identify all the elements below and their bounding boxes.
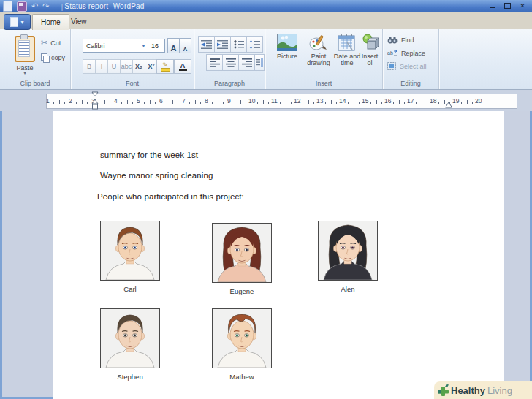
ruler-number: 1 xyxy=(46,97,50,104)
wordpad-menu-button[interactable]: ▾ xyxy=(4,14,31,30)
paragraph-dialog-button[interactable] xyxy=(254,54,265,71)
minimize-button[interactable] xyxy=(487,1,497,10)
paint-drawing-button[interactable]: Paint drawing xyxy=(305,34,332,66)
font-color-button[interactable]: A xyxy=(174,59,191,74)
ruler-tick xyxy=(427,102,428,104)
portrait-name: Mathew xyxy=(229,373,254,381)
ruler-tick xyxy=(438,102,439,104)
decrease-indent-button[interactable] xyxy=(198,36,215,53)
ruler-tick xyxy=(132,102,133,104)
ruler-number: 9 xyxy=(227,97,231,104)
portrait-frame xyxy=(100,308,160,368)
doc-text-line[interactable]: summary for the week 1st xyxy=(100,151,198,159)
align-center-button[interactable] xyxy=(222,54,239,71)
wordpad-app-icon xyxy=(3,1,12,12)
date-and-time-button[interactable]: Date and time xyxy=(332,34,362,66)
grow-font-button[interactable]: A xyxy=(167,38,180,53)
insert-picture-button[interactable]: Picture xyxy=(273,34,302,60)
group-label-editing: Editing xyxy=(383,80,438,87)
tab-view[interactable]: View xyxy=(63,14,95,29)
scissors-icon: ✂ xyxy=(41,38,48,48)
ruler-number: 15 xyxy=(362,97,368,104)
underline-button[interactable]: U xyxy=(107,59,120,74)
bold-button[interactable]: B xyxy=(83,59,95,74)
group-insert: Picture Paint drawing Date and time Inse… xyxy=(265,29,383,89)
ruler-tick xyxy=(370,102,371,104)
increase-indent-button[interactable] xyxy=(214,36,231,53)
ruler-tick xyxy=(200,102,201,104)
select-all-button[interactable]: Select all xyxy=(387,62,427,70)
ruler-number: 17 xyxy=(407,97,414,104)
replace-button[interactable]: ab Replace xyxy=(387,50,425,57)
window-title: Status report- WordPad xyxy=(64,2,144,10)
ruler-tick xyxy=(280,102,281,104)
font-format-strip: B I U abc X₂ X² xyxy=(83,59,158,72)
highlight-color-button[interactable]: ✎ xyxy=(156,59,174,74)
ruler-tick xyxy=(325,102,326,104)
ribbon-tab-row: ▾ Home View xyxy=(0,12,532,29)
group-paragraph: Paragraph xyxy=(194,29,265,89)
ruler-tick xyxy=(257,102,258,104)
doc-text-line[interactable]: People who participated in this project: xyxy=(97,192,244,201)
subscript-button[interactable]: X₂ xyxy=(132,59,145,74)
doc-text-line[interactable]: Wayne manor spring cleaning xyxy=(100,171,213,180)
copy-button[interactable]: copy xyxy=(41,53,65,61)
healthy-living-watermark: Healthy Living xyxy=(434,381,532,399)
wordpad-window: ↶ ↷ | Status report- WordPad ✕ ▾ Home Vi… xyxy=(0,0,532,399)
bullet-list-button[interactable] xyxy=(230,36,247,53)
ruler-tick xyxy=(82,100,83,104)
object-icon xyxy=(361,34,379,51)
portrait-alen[interactable]: Alen xyxy=(318,221,378,293)
ruler-number: 20 xyxy=(475,97,482,104)
ruler-tick xyxy=(167,102,167,104)
ruler-tick xyxy=(150,100,151,104)
save-icon[interactable] xyxy=(17,1,27,12)
font-color-icon: A xyxy=(180,63,186,69)
line-spacing-button[interactable] xyxy=(246,36,263,53)
indent-marker[interactable] xyxy=(91,91,99,112)
line-spacing-icon xyxy=(249,40,260,49)
ruler-tick xyxy=(127,100,128,104)
shrink-font-button[interactable]: A xyxy=(179,38,191,53)
ribbon: Paste ▾ ✂ Cut copy Clip board Calibri ▼ … xyxy=(0,29,532,90)
paste-button[interactable]: Paste ▾ xyxy=(10,34,40,80)
align-right-button[interactable] xyxy=(238,54,255,71)
right-indent-marker[interactable] xyxy=(445,102,452,108)
ruler-number: 8 xyxy=(205,97,208,104)
italic-button[interactable]: I xyxy=(95,59,107,74)
chevron-down-icon: ▾ xyxy=(23,72,26,75)
portrait-stephen[interactable]: Stephen xyxy=(100,308,160,381)
ruler-tick xyxy=(76,102,77,104)
ruler-tick xyxy=(308,100,309,104)
insert-picture-label: Picture xyxy=(277,53,297,60)
ruler-tick xyxy=(331,100,332,104)
bullet-list-icon xyxy=(234,40,244,49)
document-page[interactable]: summary for the week 1st Wayne manor spr… xyxy=(53,111,504,399)
replace-label: Replace xyxy=(401,50,425,57)
find-button[interactable]: Find xyxy=(387,37,414,44)
ruler-tick xyxy=(64,102,65,104)
portrait-eugene[interactable]: Eugene xyxy=(212,223,272,295)
redo-icon[interactable]: ↷ xyxy=(42,2,49,10)
group-label-insert: Insert xyxy=(265,80,382,87)
watermark-bold-text: Healthy xyxy=(451,385,485,396)
ruler-zone: 1234567891011121314151617181920 xyxy=(0,90,532,111)
close-button[interactable]: ✕ xyxy=(517,1,528,10)
decrease-indent-icon xyxy=(201,40,212,49)
align-left-button[interactable] xyxy=(206,54,223,71)
portrait-mathew[interactable]: Mathew xyxy=(212,308,272,381)
font-size-box[interactable]: 16 xyxy=(145,39,165,53)
strikethrough-button[interactable]: abc xyxy=(120,59,132,74)
insert-object-button[interactable]: Insert ol xyxy=(359,34,381,66)
font-family-combobox[interactable]: Calibri ▼ xyxy=(83,39,150,53)
cut-button[interactable]: ✂ Cut xyxy=(41,38,61,48)
ruler-number: 16 xyxy=(384,97,391,104)
portrait-frame xyxy=(100,221,160,281)
group-clipboard: Paste ▾ ✂ Cut copy Clip board xyxy=(0,29,71,89)
ruler-tick xyxy=(399,100,400,104)
restore-button[interactable] xyxy=(502,1,512,10)
increase-indent-icon xyxy=(217,40,228,49)
portrait-name: Stephen xyxy=(117,373,142,381)
undo-icon[interactable]: ↶ xyxy=(31,2,38,10)
portrait-carl[interactable]: Carl xyxy=(100,221,160,293)
